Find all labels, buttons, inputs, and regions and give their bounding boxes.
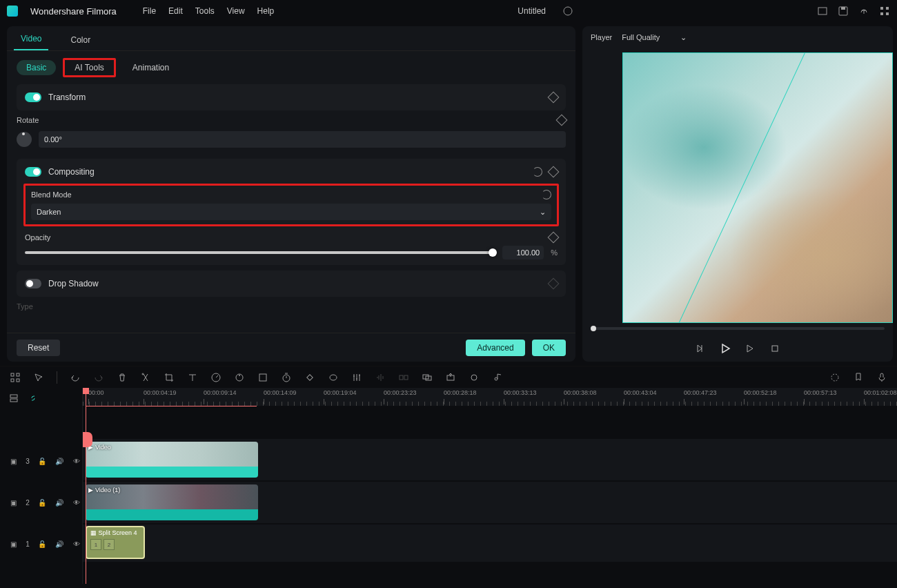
menu-tools[interactable]: Tools	[195, 6, 215, 16]
play-icon[interactable]	[720, 343, 731, 354]
record-icon[interactable]	[469, 372, 480, 383]
split-screen-clip[interactable]: ▦ Split Screen 4 1 2	[86, 526, 145, 559]
track-3[interactable]: ▶Video	[83, 439, 897, 480]
timer-icon[interactable]	[281, 372, 292, 383]
preview-scrubber[interactable]	[582, 323, 893, 335]
music-icon[interactable]	[492, 372, 503, 383]
app-name: Wondershare Filmora	[30, 6, 117, 17]
next-frame-icon[interactable]	[745, 343, 756, 354]
greenscreen-icon[interactable]	[257, 372, 268, 383]
stop-icon[interactable]	[769, 343, 780, 354]
svg-rect-11	[11, 379, 14, 382]
render-icon[interactable]	[829, 372, 840, 383]
eye-icon[interactable]: 👁	[72, 497, 82, 508]
preview-panel: Player Full Quality ⌄	[582, 26, 893, 362]
marker-icon[interactable]	[853, 372, 864, 383]
svg-rect-4	[880, 7, 883, 10]
adjust-icon[interactable]	[351, 372, 362, 383]
opacity-slider[interactable]	[25, 251, 495, 254]
dropshadow-toggle[interactable]	[25, 279, 41, 288]
link-icon[interactable]	[28, 393, 39, 404]
rotate-label: Rotate	[17, 116, 58, 124]
redo-icon[interactable]	[93, 372, 104, 383]
subtab-ai-tools[interactable]: AI Tools	[63, 58, 115, 77]
track-2-num: 2	[26, 499, 30, 507]
compositing-toggle[interactable]	[25, 167, 41, 177]
blend-mode-highlight: Blend Mode Darken ⌄	[23, 184, 559, 226]
blend-reset-icon[interactable]	[542, 190, 551, 199]
dropshadow-keyframe-icon[interactable]	[548, 278, 560, 290]
clip-video-2[interactable]: ▶Video (1)	[86, 484, 258, 520]
upload-cloud-icon[interactable]	[858, 6, 869, 17]
rotate-knob[interactable]	[17, 132, 32, 147]
tick: 00:00:04:19	[144, 389, 177, 396]
text-icon[interactable]	[187, 372, 198, 383]
eye-icon[interactable]: 👁	[72, 455, 82, 467]
menu-help[interactable]: Help	[257, 6, 275, 16]
svg-rect-6	[880, 12, 883, 15]
track-1[interactable]: ▦ Split Screen 4 1 2	[83, 525, 897, 562]
ok-button[interactable]: OK	[532, 340, 566, 356]
prev-frame-icon[interactable]	[695, 343, 706, 354]
tab-color[interactable]: Color	[63, 30, 97, 50]
advanced-button[interactable]: Advanced	[466, 340, 524, 356]
lock-icon[interactable]: 🔓	[37, 538, 47, 549]
lock-icon[interactable]: 🔓	[37, 455, 47, 467]
opacity-value[interactable]: 100.00	[502, 246, 544, 259]
menu-view[interactable]: View	[227, 6, 245, 16]
svg-rect-10	[17, 373, 19, 376]
lock-icon[interactable]: 🔓	[37, 497, 47, 508]
detach-icon[interactable]	[398, 372, 409, 383]
svg-rect-18	[307, 374, 313, 380]
group-icon[interactable]	[422, 372, 433, 383]
undo-icon[interactable]	[70, 372, 81, 383]
timeline-marker[interactable]	[83, 432, 92, 447]
split-icon[interactable]	[140, 372, 151, 383]
cloud-sync-icon[interactable]	[562, 6, 573, 17]
tick: 00:00:33:13	[504, 389, 537, 396]
transform-keyframe-icon[interactable]	[548, 92, 560, 104]
pointer-icon[interactable]	[33, 372, 44, 383]
rotate-keyframe-icon[interactable]	[556, 115, 568, 126]
speed-icon[interactable]	[210, 372, 221, 383]
reset-button[interactable]: Reset	[17, 340, 60, 356]
export-frame-icon[interactable]	[445, 372, 456, 383]
transform-toggle[interactable]	[25, 92, 41, 102]
clip-video-3[interactable]: ▶Video	[86, 442, 258, 478]
menu-file[interactable]: File	[143, 6, 156, 16]
mic-icon[interactable]	[876, 372, 887, 383]
subtab-animation[interactable]: Animation	[123, 60, 179, 75]
mute-icon[interactable]: 🔊	[54, 455, 64, 467]
compositing-reset-icon[interactable]	[533, 167, 542, 177]
layout-icon[interactable]	[817, 6, 828, 17]
opacity-keyframe-icon[interactable]	[548, 232, 560, 244]
rotate-input[interactable]	[39, 131, 566, 148]
playhead[interactable]	[86, 388, 86, 584]
apps-icon[interactable]	[879, 6, 890, 17]
save-icon[interactable]	[838, 6, 849, 17]
menu-edit[interactable]: Edit	[168, 6, 183, 16]
eye-icon[interactable]: 👁	[72, 538, 82, 549]
mask-icon[interactable]	[328, 372, 339, 383]
tick: 00:00:19:04	[324, 389, 357, 396]
track-layers-icon[interactable]	[8, 393, 19, 404]
mute-icon[interactable]: 🔊	[54, 497, 64, 508]
crop-icon[interactable]	[164, 372, 175, 383]
preview-viewport[interactable]	[622, 52, 893, 323]
chevron-down-icon: ⌄	[680, 33, 687, 42]
compositing-keyframe-icon[interactable]	[548, 166, 560, 178]
keyframe-tool-icon[interactable]	[304, 372, 315, 383]
blend-mode-dropdown[interactable]: Darken ⌄	[31, 204, 551, 220]
tab-video[interactable]: Video	[14, 28, 48, 50]
grid-icon[interactable]	[10, 372, 21, 383]
mute-icon[interactable]: 🔊	[54, 538, 64, 549]
svg-rect-8	[772, 346, 778, 351]
timeline-ruler[interactable]: 00:00 00:00:04:19 00:00:09:14 00:00:14:0…	[83, 388, 897, 406]
track-2[interactable]: ▶Video (1)	[83, 482, 897, 523]
delete-icon[interactable]	[117, 372, 128, 383]
tick: 00:00:57:13	[804, 389, 837, 396]
quality-dropdown[interactable]: Full Quality ⌄	[622, 33, 687, 42]
audio-icon[interactable]	[375, 372, 386, 383]
subtab-basic[interactable]: Basic	[17, 60, 56, 75]
color-icon[interactable]	[234, 372, 245, 383]
